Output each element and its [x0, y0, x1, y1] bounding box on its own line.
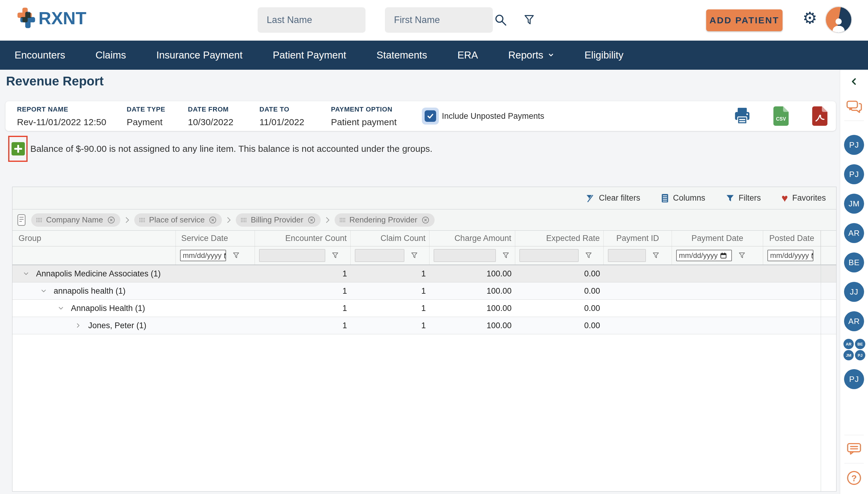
group-chip-rendering-provider[interactable]: Rendering Provider	[334, 213, 435, 227]
column-filter-icon[interactable]	[410, 251, 418, 260]
remove-chip-icon[interactable]	[307, 216, 316, 224]
chip-label: Company Name	[46, 215, 103, 225]
charge-amount-cell: 100.00	[429, 300, 515, 317]
claim-count-filter-input[interactable]	[355, 249, 404, 262]
table-row[interactable]: Annapolis Health (1) 1 1 100.00 0.00	[13, 300, 836, 317]
contact-avatar[interactable]: AR	[844, 311, 864, 331]
encounter-count-filter-input[interactable]	[259, 249, 325, 262]
gear-icon[interactable]: ⚙	[803, 10, 817, 26]
contact-avatar[interactable]: JJ	[844, 282, 864, 302]
table-row[interactable]: annapolis health (1) 1 1 100.00 0.00	[13, 283, 836, 300]
group-contact-avatar[interactable]: AR	[844, 339, 854, 349]
contact-avatar[interactable]: PJ	[844, 135, 864, 155]
nav-statements[interactable]: Statements	[377, 50, 427, 61]
collapse-caret-icon[interactable]	[22, 270, 30, 278]
nav-era[interactable]: ERA	[457, 50, 478, 61]
add-patient-button[interactable]: ADD PATIENT	[706, 10, 783, 31]
person-icon	[830, 16, 847, 33]
export-pdf-button[interactable]	[810, 107, 829, 126]
first-name-input[interactable]	[385, 7, 493, 33]
col-header-charge-amount[interactable]: Charge Amount	[429, 231, 515, 246]
collapse-caret-icon[interactable]	[57, 304, 65, 312]
charge-amount-filter-input[interactable]	[434, 249, 496, 262]
col-header-encounter-count[interactable]: Encounter Count	[255, 231, 351, 246]
contact-avatar[interactable]: BE	[844, 252, 864, 272]
chat-panel-icon[interactable]	[846, 99, 862, 115]
nav-encounters[interactable]: Encounters	[15, 50, 65, 61]
table-toolbar: Clear filters Columns	[13, 187, 836, 209]
contact-avatar[interactable]: PJ	[844, 369, 864, 389]
remove-chip-icon[interactable]	[209, 216, 217, 224]
rxnt-logo[interactable]: RXNT	[17, 7, 86, 29]
group-contact-avatar[interactable]: PJ	[855, 350, 865, 360]
group-chip-place-of-service[interactable]: Place of service	[134, 213, 222, 227]
remove-chip-icon[interactable]	[421, 216, 430, 224]
expand-caret-icon[interactable]	[74, 322, 82, 329]
report-name-field: REPORT NAME Rev-11/01/2022 12:50	[17, 106, 107, 127]
column-filter-icon[interactable]	[585, 251, 593, 260]
posted-date-filter-input[interactable]: mm/dd/yyyy	[767, 250, 813, 261]
print-button[interactable]	[733, 107, 752, 126]
col-header-posted-date[interactable]: Posted Date	[763, 231, 821, 246]
filters-label: Filters	[738, 193, 761, 203]
nav-patient-payment[interactable]: Patient Payment	[273, 50, 346, 61]
group-chip-billing-provider[interactable]: Billing Provider	[236, 213, 320, 227]
payment-id-filter-input[interactable]	[608, 249, 646, 262]
chip-label: Billing Provider	[251, 215, 303, 225]
column-filter-icon[interactable]	[502, 251, 510, 260]
last-name-input[interactable]	[257, 7, 366, 33]
payment-date-cell	[672, 300, 763, 317]
nav-reports[interactable]: Reports	[508, 50, 554, 61]
col-header-payment-id[interactable]: Payment ID	[604, 231, 672, 246]
expected-rate-filter-input[interactable]	[519, 249, 579, 262]
calendar-icon[interactable]	[720, 252, 727, 259]
app-screen: RXNT ADD PATIENT ⚙ Encounters Claims Ins…	[0, 0, 868, 494]
column-filter-icon[interactable]	[331, 251, 339, 260]
payment-date-filter-input[interactable]: mm/dd/yyyy	[676, 250, 732, 261]
contact-avatar[interactable]: PJ	[844, 164, 864, 184]
group-chip-company-name[interactable]: Company Name	[31, 213, 120, 227]
nav-claims[interactable]: Claims	[95, 50, 126, 61]
column-filter-icon[interactable]	[652, 251, 660, 260]
favorites-button[interactable]: ♥ Favorites	[780, 192, 828, 204]
collapse-sidebar-button[interactable]	[849, 77, 859, 87]
filter-cell-expected-rate	[515, 246, 604, 265]
messages-icon[interactable]	[847, 442, 862, 457]
table-row[interactable]: Annapolis Medicine Associates (1) 1 1 10…	[13, 265, 836, 283]
help-icon[interactable]: ?	[847, 470, 862, 487]
collapse-caret-icon[interactable]	[40, 287, 47, 295]
columns-button[interactable]: Columns	[659, 193, 707, 203]
nav-insurance-payment[interactable]: Insurance Payment	[156, 50, 243, 61]
table-filter-row: mm/dd/yyyy	[13, 246, 836, 265]
search-icon[interactable]	[494, 13, 508, 27]
col-header-expected-rate[interactable]: Expected Rate	[515, 231, 604, 246]
col-header-group[interactable]: Group	[13, 231, 176, 246]
user-avatar[interactable]	[825, 6, 852, 33]
group-panel-icon[interactable]	[17, 214, 26, 226]
group-contact-avatar[interactable]: JM	[844, 350, 854, 360]
calendar-icon[interactable]	[224, 252, 226, 259]
col-header-service-date[interactable]: Service Date	[176, 231, 255, 246]
patient-filter-icon[interactable]	[522, 13, 537, 27]
column-filter-icon[interactable]	[738, 251, 746, 260]
date-from-field: DATE FROM 10/30/2022	[188, 106, 233, 127]
col-header-claim-count[interactable]: Claim Count	[351, 231, 429, 246]
contact-avatar[interactable]: AR	[844, 223, 864, 243]
contact-avatar[interactable]: JM	[844, 194, 864, 214]
filters-button[interactable]: Filters	[724, 193, 763, 203]
clear-filters-button[interactable]: Clear filters	[584, 193, 642, 203]
remove-chip-icon[interactable]	[107, 216, 115, 224]
include-unposted-checkbox[interactable]	[422, 108, 439, 125]
column-filter-icon[interactable]	[232, 251, 240, 260]
calendar-icon[interactable]	[811, 252, 813, 259]
date-type-field: DATE TYPE Payment	[127, 106, 165, 127]
table-row[interactable]: Jones, Peter (1) 1 1 100.00 0.00	[13, 317, 836, 334]
col-header-payment-date[interactable]: Payment Date	[672, 231, 763, 246]
export-csv-button[interactable]: CSV	[772, 107, 790, 126]
group-contact-avatar[interactable]: BE	[855, 339, 865, 349]
service-date-filter-input[interactable]: mm/dd/yyyy	[180, 250, 226, 261]
filter-cell-service-date: mm/dd/yyyy	[176, 246, 255, 265]
nav-eligibility[interactable]: Eligibility	[585, 50, 623, 61]
payment-id-cell	[604, 317, 672, 334]
expand-balance-button[interactable]	[12, 142, 25, 155]
